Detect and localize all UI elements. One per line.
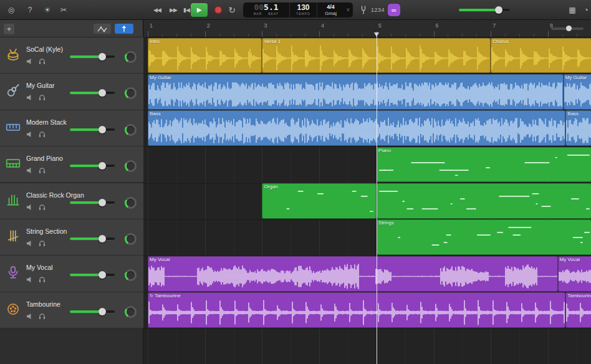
track-row[interactable]: Grand Piano — [0, 146, 143, 183]
track-row[interactable]: Tambourine — [0, 292, 143, 328]
region[interactable]: Strings — [377, 219, 591, 255]
mute-button[interactable] — [26, 202, 34, 209]
region[interactable]: ↻Tambourine — [148, 292, 565, 328]
mute-button[interactable] — [26, 311, 34, 318]
zoom-slider[interactable] — [551, 27, 584, 30]
volume-slider[interactable] — [70, 310, 115, 313]
rewind-button[interactable]: ◀◀ — [150, 0, 165, 20]
playhead[interactable] — [377, 36, 377, 364]
solo-button[interactable] — [39, 56, 46, 64]
pan-knob[interactable] — [125, 124, 137, 136]
count-in-button[interactable]: 1234 — [369, 0, 387, 20]
region[interactable]: Intro — [148, 38, 262, 74]
region-label: My Guitar — [150, 75, 171, 80]
solo-button[interactable] — [39, 129, 46, 136]
region[interactable]: My Guitar — [148, 74, 564, 110]
track-row[interactable]: Modern Stack — [0, 110, 143, 146]
pan-knob[interactable] — [125, 160, 137, 172]
mute-button[interactable] — [26, 56, 34, 64]
pan-knob[interactable] — [125, 197, 137, 209]
track-row[interactable]: Classic Rock Organ — [0, 183, 143, 219]
loop-browser-button[interactable]: ∞ — [388, 4, 400, 16]
playhead-marker[interactable] — [374, 32, 379, 37]
track-row[interactable]: String Section — [0, 219, 143, 256]
track-name[interactable]: My Vocal — [26, 264, 53, 271]
region-label: Bass — [567, 111, 579, 117]
volume-slider[interactable] — [70, 237, 115, 240]
region[interactable]: Bass — [565, 110, 591, 146]
midi-notes — [262, 189, 375, 218]
catch-playhead-button[interactable] — [115, 24, 133, 34]
editors-icon[interactable]: ✂ — [57, 0, 70, 20]
solo-button[interactable] — [39, 238, 46, 246]
region[interactable]: My Vocal — [148, 256, 558, 292]
media-browser-icon[interactable]: ▦ — [566, 0, 579, 20]
master-volume-slider[interactable] — [459, 9, 510, 11]
track-name[interactable]: Classic Rock Organ — [26, 191, 84, 199]
volume-slider[interactable] — [70, 165, 115, 167]
pan-knob[interactable] — [125, 87, 137, 99]
pan-knob[interactable] — [125, 269, 137, 281]
pan-knob[interactable] — [125, 306, 137, 318]
lcd-tempo-section[interactable]: 130 TEMPO — [289, 2, 317, 17]
quick-help-icon[interactable]: ? — [24, 0, 36, 20]
timeline[interactable]: IntroVerse 1ChorusMy GuitarMy GuitarBass… — [144, 20, 591, 364]
ruler[interactable]: 12345678 — [144, 20, 591, 37]
mute-button[interactable] — [26, 92, 34, 100]
solo-button[interactable] — [39, 202, 46, 209]
add-track-button[interactable]: + — [4, 24, 14, 34]
lcd-position-section[interactable]: 005.1 BARBEAT — [243, 2, 289, 17]
region[interactable]: Organ — [262, 183, 376, 219]
library-icon[interactable]: ◎ — [5, 0, 17, 20]
region[interactable]: Tambourine — [565, 292, 591, 328]
solo-button[interactable] — [39, 92, 46, 100]
track-row[interactable]: My Vocal — [0, 256, 143, 292]
cycle-button[interactable]: ↻ — [226, 0, 238, 20]
track-name[interactable]: String Section — [26, 228, 67, 235]
chevron-down-icon[interactable]: ∨ — [344, 2, 352, 17]
track-name[interactable]: SoCal (Kyle) — [26, 46, 63, 53]
mute-button[interactable] — [26, 238, 34, 246]
region-name: Verse 1 — [264, 39, 281, 44]
fast-forward-button[interactable]: ▶▶ — [166, 0, 181, 20]
pan-knob[interactable] — [125, 51, 137, 63]
volume-slider[interactable] — [70, 55, 115, 58]
track-name[interactable]: Grand Piano — [26, 155, 63, 162]
lcd-key-section[interactable]: 4/4 Gmaj — [317, 2, 344, 17]
region[interactable]: Chorus — [491, 38, 591, 74]
lcd-display[interactable]: 005.1 BARBEAT 130 TEMPO 4/4 Gmaj ∨ — [243, 2, 353, 17]
track-name[interactable]: Tambourine — [26, 300, 60, 308]
track-name[interactable]: My Guitar — [26, 82, 55, 89]
volume-slider[interactable] — [70, 92, 115, 94]
mute-button[interactable] — [26, 129, 34, 136]
smart-controls-icon[interactable]: ☀ — [41, 0, 54, 20]
solo-button[interactable] — [39, 311, 46, 318]
solo-button[interactable] — [39, 274, 46, 282]
track-row[interactable]: My Guitar — [0, 74, 143, 110]
volume-slider[interactable] — [70, 201, 115, 204]
pan-knob[interactable] — [125, 233, 137, 245]
drum-kit-icon — [5, 46, 21, 62]
solo-button[interactable] — [39, 165, 46, 173]
mute-button[interactable] — [26, 274, 34, 282]
zoom-slider-thumb[interactable] — [566, 26, 572, 31]
region[interactable]: My Guitar — [564, 74, 591, 110]
mute-button[interactable] — [26, 165, 34, 173]
region[interactable] — [377, 183, 591, 219]
region[interactable]: Piano — [377, 147, 591, 183]
region[interactable]: Bass — [148, 110, 565, 146]
volume-slider[interactable] — [70, 128, 115, 131]
automation-button[interactable] — [94, 24, 111, 34]
ruler-tick — [348, 34, 348, 37]
history-icon[interactable]: ◔ — [580, 0, 591, 20]
region[interactable]: My Vocal — [558, 256, 591, 292]
region-name: My Vocal — [560, 257, 580, 262]
track-name[interactable]: Modern Stack — [26, 118, 67, 126]
play-button[interactable]: ▶ — [191, 3, 208, 17]
tuning-fork-icon[interactable] — [360, 6, 367, 17]
track-row[interactable]: SoCal (Kyle) — [0, 37, 143, 74]
midi-notes — [377, 189, 591, 218]
record-button[interactable] — [214, 6, 222, 14]
volume-slider[interactable] — [70, 274, 115, 276]
ruler-tick — [148, 31, 148, 37]
